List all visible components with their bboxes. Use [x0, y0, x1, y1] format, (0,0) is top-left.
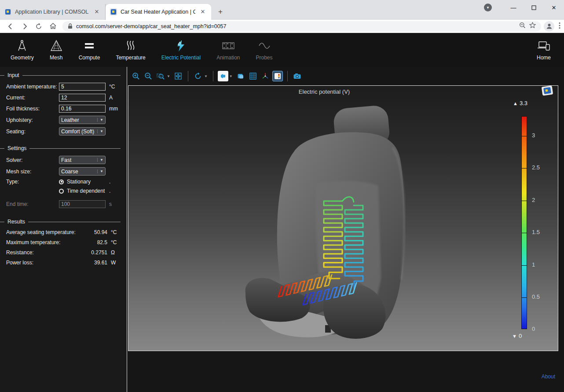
tab-car-seat-heater[interactable]: Car Seat Heater Application | CO ✕: [106, 4, 211, 20]
ribbon-probes-button[interactable]: Probes: [252, 37, 277, 62]
reload-icon[interactable]: [33, 21, 44, 32]
result-value: 50.94: [84, 229, 107, 235]
plot-canvas[interactable]: Electric potential (V) ▲3.3 3 2.5 2 1.5 …: [128, 85, 558, 351]
close-button[interactable]: ✕: [544, 0, 564, 15]
about-link[interactable]: About: [542, 374, 555, 380]
color-legend-bar: [521, 116, 527, 329]
app-content: Input Ambient temperature: °C Current: A…: [0, 67, 564, 392]
foil-thickness-input[interactable]: [59, 105, 106, 113]
legend-tick: 2: [532, 197, 535, 203]
plot-title: Electric potential (V): [128, 88, 520, 95]
zoom-box-icon[interactable]: [155, 71, 166, 81]
toolbar-separator: [213, 71, 213, 81]
field-label: End time:: [6, 201, 59, 207]
legend-tick: 1.5: [532, 229, 540, 235]
result-row: Resistance: 0.2751 Ω: [6, 249, 121, 256]
graphics-panel: ▼ ▼ ▼: [127, 67, 564, 392]
chevron-down-icon: ▼: [97, 118, 103, 122]
url-field[interactable]: comsol.com/server-demo/app/car_seat_heat…: [62, 21, 541, 32]
comsol-favicon: [4, 8, 11, 15]
mesh-size-select[interactable]: Coarse ▼: [59, 167, 106, 176]
upholstery-select[interactable]: Leather ▼: [59, 116, 106, 124]
browser-actions: [544, 21, 560, 32]
minimize-button[interactable]: —: [503, 0, 524, 15]
app-ribbon: Geometry Mesh Compute Temperature Electr…: [0, 33, 564, 67]
field-type-2: Time dependent .: [6, 188, 121, 194]
ribbon-label: Home: [537, 55, 551, 61]
end-time-input[interactable]: [59, 200, 106, 208]
tab-close-icon[interactable]: ✕: [93, 8, 101, 16]
result-label: Average seating temperature:: [6, 229, 84, 235]
legend-tick: 0.5: [532, 293, 540, 300]
zoom-extents-icon[interactable]: [173, 71, 183, 81]
sidebar: Input Ambient temperature: °C Current: A…: [0, 67, 127, 392]
solver-select[interactable]: Fast ▼: [59, 156, 106, 164]
ribbon-geometry-button[interactable]: Geometry: [6, 37, 38, 62]
bookmark-star-icon[interactable]: [529, 22, 536, 30]
new-tab-button[interactable]: +: [215, 6, 226, 18]
result-value: 0.2751: [84, 249, 107, 256]
default-view-icon[interactable]: [218, 71, 228, 81]
toolbar-separator: [287, 71, 288, 81]
ribbon-label: Temperature: [116, 55, 145, 61]
result-row: Maximum temperature: 82.5 °C: [6, 239, 121, 245]
field-seating: Seating: Comfort (Soft) ▼ .: [6, 127, 121, 136]
ribbon-mesh-button[interactable]: Mesh: [45, 37, 67, 62]
grid-icon[interactable]: [248, 71, 258, 81]
radio-label: Stationary: [67, 179, 91, 185]
settings-section-header: Settings: [6, 145, 121, 151]
axes-icon[interactable]: [260, 71, 271, 81]
ribbon-animation-button[interactable]: Animation: [212, 37, 244, 62]
scene-icon[interactable]: [235, 71, 246, 81]
comsol-logo-icon: [542, 85, 553, 95]
legend-tick: 1: [532, 261, 535, 268]
field-mesh-size: Mesh size: Coarse ▼ .: [6, 167, 121, 176]
browser-update-icon[interactable]: ▼: [484, 4, 492, 11]
radio-stationary[interactable]: Stationary: [59, 179, 106, 185]
maximize-button[interactable]: [524, 0, 544, 15]
ribbon-compute-button[interactable]: Compute: [74, 37, 105, 62]
field-label: Ambient temperature:: [6, 84, 59, 90]
chevron-down-icon: ▼: [97, 158, 103, 162]
result-unit: W: [111, 260, 121, 266]
back-icon[interactable]: [5, 21, 16, 32]
result-unit: °C: [111, 239, 121, 245]
zoom-out-icon[interactable]: [143, 71, 154, 81]
ribbon-temperature-button[interactable]: Temperature: [111, 37, 150, 62]
field-label: Seating:: [6, 128, 59, 135]
chevron-down-icon[interactable]: ▼: [229, 74, 233, 78]
color-legend-icon[interactable]: [272, 71, 283, 81]
rotate-icon[interactable]: [193, 71, 203, 81]
result-label: Resistance:: [6, 249, 84, 256]
field-foil-thickness: Foil thickness: mm: [6, 105, 121, 113]
chevron-down-icon[interactable]: ▼: [167, 74, 170, 78]
profile-icon[interactable]: [544, 21, 554, 32]
radio-time-dependent[interactable]: Time dependent: [59, 188, 106, 194]
browser-menu-icon[interactable]: [559, 22, 560, 31]
ribbon-label: Compute: [79, 55, 100, 61]
ribbon-electric-potential-button[interactable]: Electric Potential: [157, 37, 205, 62]
result-row: Power loss: 39.61 W: [6, 260, 121, 266]
tab-application-library[interactable]: Application Library | COMSOL Se ✕: [0, 4, 106, 20]
ribbon-home-button[interactable]: Home: [532, 37, 555, 62]
chevron-down-icon[interactable]: ▼: [204, 74, 208, 78]
page-zoom-icon[interactable]: [519, 22, 526, 30]
legend-min-value: ▼0: [512, 333, 522, 339]
snapshot-icon[interactable]: [292, 71, 303, 81]
seating-select[interactable]: Comfort (Soft) ▼: [59, 127, 106, 136]
tab-close-icon[interactable]: ✕: [199, 8, 207, 16]
tab-title: Application Library | COMSOL Se: [15, 9, 89, 15]
result-label: Power loss:: [6, 260, 84, 266]
car-seat-3d-model: [128, 86, 558, 351]
temperature-waves-icon: [125, 39, 137, 52]
forward-icon[interactable]: [19, 21, 30, 32]
ribbon-label: Electric Potential: [161, 55, 201, 61]
field-upholstery: Upholstery: Leather ▼ .: [6, 116, 121, 124]
home-icon[interactable]: [47, 21, 59, 32]
ambient-temperature-input[interactable]: [59, 83, 106, 91]
zoom-in-icon[interactable]: [131, 71, 141, 81]
current-input[interactable]: [59, 94, 106, 102]
toolbar-separator: [188, 71, 188, 81]
radio-unselected-icon: [59, 189, 64, 194]
result-unit: °C: [111, 229, 121, 235]
